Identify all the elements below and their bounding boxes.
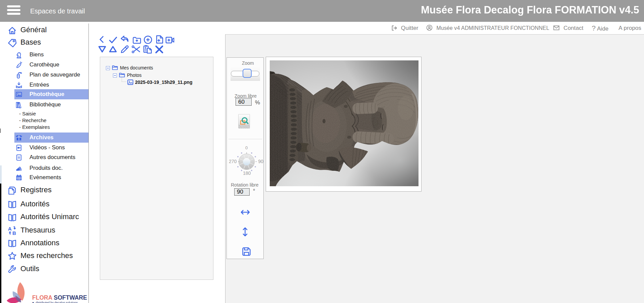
- svg-text:A: A: [8, 226, 12, 232]
- svg-text:B: B: [12, 230, 16, 235]
